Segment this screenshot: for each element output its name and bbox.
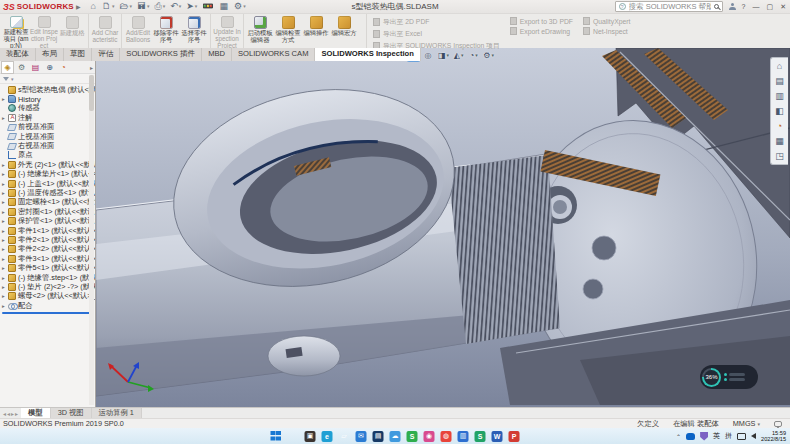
mail[interactable]: ✉ — [356, 431, 367, 442]
save[interactable]: 🖬▾ — [137, 2, 150, 11]
security-shield-icon[interactable] — [700, 432, 708, 441]
ribbon-button[interactable]: 选择零件序号 — [180, 14, 208, 48]
volume-icon[interactable] — [751, 433, 756, 439]
wps-sheet[interactable]: S — [475, 431, 486, 442]
login-person-icon[interactable] — [729, 3, 736, 10]
word[interactable]: W — [492, 431, 503, 442]
onedrive-icon[interactable] — [686, 433, 695, 440]
tree-item[interactable]: ▸ (-) 绝缘管.step<1> (默认<<默认> — [0, 273, 95, 282]
help-button[interactable]: ? — [742, 3, 746, 10]
ribbon-button[interactable]: Update Inspection Project — [210, 14, 241, 48]
ribbon-button[interactable]: 编辑检查方式 — [274, 14, 302, 48]
file-explorer[interactable]: ▥ — [774, 90, 786, 102]
panel-tab-overflow[interactable]: ▸ — [90, 64, 93, 71]
rebuild[interactable]: 🚥 — [202, 2, 214, 11]
search[interactable] — [288, 431, 299, 442]
tree-item[interactable]: ▸ (-) 垫片 (2)<2> -?> (默认<<默认 — [0, 282, 95, 291]
tab-scroll-buttons[interactable]: ◂◂▸▸ — [0, 408, 21, 418]
study-tab[interactable]: 模型 — [21, 408, 51, 418]
command-tab[interactable]: 装配体 — [0, 48, 36, 61]
study-tab[interactable]: 运动算例 1 — [92, 408, 142, 418]
command-tab[interactable]: SOLIDWORKS Inspection — [315, 48, 420, 61]
command-tab[interactable]: SOLIDWORKS 插件 — [120, 48, 202, 61]
tree-item[interactable]: 传感器 — [0, 104, 95, 113]
tree-item[interactable]: ▸ 外壳 (2)<1> (默认<<默认>_显示状 — [0, 160, 95, 169]
hidden-icons-chevron[interactable]: ⌃ — [676, 433, 681, 440]
configurationmanager-tab[interactable]: ▤ — [30, 62, 41, 73]
rollback-bar[interactable] — [2, 312, 93, 314]
new[interactable]: 🗋▾ — [102, 2, 115, 11]
ribbon-button[interactable]: 启动模板编辑器 — [243, 14, 274, 48]
ribbon-button[interactable]: 新建规格 — [58, 14, 86, 48]
ribbon-button[interactable]: 编辑操作 — [302, 14, 330, 48]
clock[interactable]: 15:59 2022/8/15 — [761, 430, 786, 442]
tree-item[interactable]: ▸ (-) 绝缘垫片<1> (默认<<默认>_显 — [0, 170, 95, 179]
weather[interactable]: ☁ — [390, 431, 401, 442]
ribbon-button[interactable]: Add/Edit Balloons — [121, 14, 152, 48]
photos[interactable]: ◉ — [424, 431, 435, 442]
propertymanager-tab[interactable]: ⚙ — [16, 62, 27, 73]
ribbon-button[interactable]: Add Characteristic — [88, 14, 119, 48]
select[interactable]: ➤▾ — [186, 2, 197, 11]
tree-root-item[interactable]: s型铠装热电偶 (默认<默认_显示状态-1 — [0, 85, 95, 94]
tree-item[interactable]: ▸ 零件2<2> (默认<<默认>_显示状态 — [0, 245, 95, 254]
custom-properties[interactable]: ▦ — [774, 135, 786, 147]
tree-item[interactable]: ▸ 配合 — [0, 301, 95, 310]
tree-filter-row[interactable]: ▾ — [0, 74, 95, 84]
home[interactable]: ⌂ — [91, 2, 97, 11]
viewport-3d-model[interactable] — [96, 48, 790, 418]
export-menu-item[interactable]: Export eDrawing — [510, 27, 573, 35]
tree-item[interactable]: 上视基准面 — [0, 132, 95, 141]
undo[interactable]: ↶▾ — [170, 2, 181, 11]
red-app[interactable]: P — [509, 431, 520, 442]
unit-system-selector[interactable]: MMGS▾ — [733, 419, 760, 428]
tree-item[interactable]: ▸ 零件5<1> (默认<<默认>_显示状态 — [0, 263, 95, 272]
tree-scrollbar-thumb[interactable] — [89, 75, 94, 111]
ribbon-button[interactable]: 移除零件序号 — [152, 14, 180, 48]
comment-icon[interactable] — [774, 421, 782, 427]
tree-item[interactable]: ▸ 保护管<1> (默认<<默认>_显示状 — [0, 216, 95, 225]
tree-item[interactable]: ▸ History — [0, 94, 95, 103]
ime-english-indicator[interactable]: 英 — [713, 431, 720, 441]
store[interactable]: ▤ — [373, 431, 384, 442]
export-menu-item[interactable]: Export to 3D PDF — [510, 17, 573, 25]
minimize-button[interactable]: — — [753, 3, 760, 10]
blue-app[interactable]: ▥ — [458, 431, 469, 442]
tree-item[interactable]: ▸ 密封圈<1> (默认<<默认>_显示状 — [0, 207, 95, 216]
tree-item[interactable]: 原点 — [0, 151, 95, 160]
ribbon-button[interactable]: 编辑宏方 — [330, 14, 358, 48]
file-explorer[interactable]: ▱ — [339, 431, 350, 442]
search-icon[interactable] — [714, 4, 719, 9]
tree-item[interactable]: ▸ (-) 上盖<1> (默认<<默认>_显示状 — [0, 179, 95, 188]
zoom-indicator[interactable]: 36% — [700, 365, 758, 389]
solidworks-resources[interactable]: ⌂ — [774, 60, 786, 72]
file-properties[interactable]: ▦ — [220, 2, 230, 11]
edge[interactable]: e — [322, 431, 333, 442]
tree-item[interactable]: ▸ 固定螺栓<1> (默认<<默认>_显示 — [0, 198, 95, 207]
displaymanager-tab[interactable]: ◔ — [58, 62, 69, 73]
design-library[interactable]: ▤ — [774, 75, 786, 87]
restore-button[interactable]: ▢ — [767, 3, 774, 11]
options[interactable]: ⚙▾ — [234, 2, 246, 11]
tree-item[interactable]: ▸ (-) 温度传感器<1> (默认<<默认>_ — [0, 188, 95, 197]
widgets-app[interactable]: ▣ — [305, 431, 316, 442]
chrome[interactable]: ◍ — [441, 431, 452, 442]
tree-item[interactable]: 右视基准面 — [0, 141, 95, 150]
study-tab[interactable]: 3D 视图 — [51, 408, 92, 418]
print[interactable]: ⎙▾ — [155, 2, 166, 11]
open[interactable]: 🗁▾ — [119, 2, 132, 11]
command-tab[interactable]: SOLIDWORKS CAM — [232, 48, 315, 61]
help-search-box[interactable]: ? 搜索 SOLIDWORKS 帮助 — [615, 1, 723, 12]
export-menu-item[interactable]: QualityXpert — [583, 17, 630, 25]
tree-item[interactable]: ▸ 注解 — [0, 113, 95, 122]
green-app[interactable]: S — [407, 431, 418, 442]
tree-scrollbar[interactable] — [89, 75, 94, 405]
view-palette[interactable]: ◧ — [774, 105, 786, 117]
tree-item[interactable]: ▸ 零件2<1> (默认<<默认>_显示状态 — [0, 235, 95, 244]
export-menu-item[interactable]: Net-Inspect — [583, 27, 630, 35]
network-icon[interactable] — [737, 433, 746, 440]
tree-item[interactable]: ▸ 零件1<1> (默认<<默认>_显示状态 — [0, 226, 95, 235]
start[interactable] — [271, 431, 282, 442]
menu-expand-icon[interactable]: ▶ — [76, 3, 81, 10]
command-tab[interactable]: 评估 — [92, 48, 120, 61]
